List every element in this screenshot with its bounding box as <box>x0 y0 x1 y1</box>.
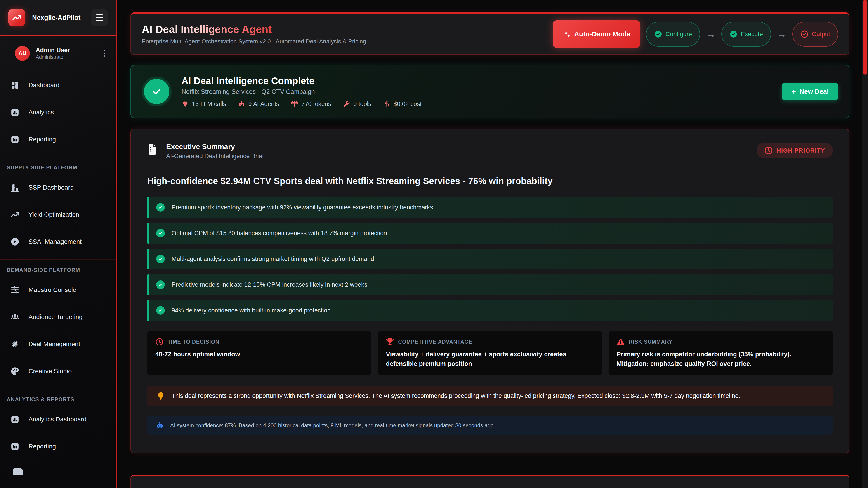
sidebar-item-label: SSP Dashboard <box>29 184 74 191</box>
step-label: Execute <box>741 31 763 38</box>
stat-ai-agents: 9 AI Agents <box>238 100 279 107</box>
new-deal-button[interactable]: + New Deal <box>782 83 838 100</box>
menu-toggle-button[interactable] <box>91 9 107 26</box>
scrollbar-thumb[interactable] <box>863 0 867 74</box>
priority-label: HIGH PRIORITY <box>776 147 825 154</box>
key-point-text: Multi-agent analysis confirms strong mar… <box>172 256 374 263</box>
sidebar-nav: Dashboard Analytics Reporting SUPPLY-SID… <box>0 69 116 475</box>
sidebar-item-label: Analytics Dashboard <box>29 416 87 423</box>
step-label: Configure <box>665 31 692 38</box>
sidebar-item-yield-optimization[interactable]: Yield Optimization <box>0 201 116 228</box>
metric-risk-summary: RISK SUMMARY Primary risk is competitor … <box>609 331 833 375</box>
check-circle-icon <box>156 255 165 263</box>
run-stats: 13 LLM calls 9 AI Agents 770 tokens 0 to… <box>182 100 422 107</box>
ai-confidence-text: AI system confidence: 87%. Based on 4,20… <box>170 422 495 429</box>
sidebar-item-label: Deal Management <box>29 340 80 348</box>
users-icon <box>10 313 20 322</box>
wrench-icon <box>343 100 350 107</box>
more-vertical-icon[interactable] <box>102 48 107 59</box>
arrow-right-icon: → <box>777 29 786 39</box>
user-profile[interactable]: AU Admin User Administrator <box>0 36 116 69</box>
executive-summary-card: Executive Summary AI-Generated Deal Inte… <box>130 129 849 453</box>
sidebar-item-reporting[interactable]: Reporting <box>0 126 116 153</box>
divider <box>0 389 116 389</box>
clock-icon <box>155 338 163 346</box>
document-icon <box>147 143 158 155</box>
divider <box>0 259 116 260</box>
auto-demo-mode-button[interactable]: Auto-Demo Mode <box>553 20 640 48</box>
page-subtitle: Enterprise Multi-Agent Orchestration Sys… <box>142 38 366 45</box>
sidebar-item-label: Analytics <box>29 109 54 116</box>
metric-time-to-decision: TIME TO DECISION 48-72 hours optimal win… <box>147 331 371 375</box>
recommendation-banner: This deal represents a strong opportunit… <box>147 386 833 406</box>
sidebar-item-dashboard[interactable]: Dashboard <box>0 72 116 99</box>
check-circle-icon <box>156 203 165 212</box>
completion-banner: AI Deal Intelligence Complete Netflix St… <box>130 65 849 118</box>
key-point-item: Predictive models indicate 12-15% CPM in… <box>147 274 833 295</box>
key-point-text: Predictive models indicate 12-15% CPM in… <box>172 281 367 288</box>
summary-metrics: TIME TO DECISION 48-72 hours optimal win… <box>147 331 833 375</box>
page-title: AI Deal Intelligence Agent <box>142 23 272 35</box>
sidebar-item-label: Reporting <box>29 443 56 450</box>
sidebar-item-label: Yield Optimization <box>29 211 79 218</box>
sidebar-item-analytics-dashboard[interactable]: Analytics Dashboard <box>0 406 116 433</box>
key-point-text: Optimal CPM of $15.80 balances competiti… <box>172 230 387 237</box>
metric-label: COMPETITIVE ADVANTAGE <box>398 339 472 345</box>
key-point-item: Premium sports inventory package with 92… <box>147 197 833 218</box>
avatar: AU <box>15 46 30 61</box>
building-icon <box>10 183 20 192</box>
check-circle-icon <box>800 30 809 38</box>
key-points-list: Premium sports inventory package with 92… <box>147 197 833 321</box>
robot-icon <box>238 100 245 107</box>
stat-llm-calls: 13 LLM calls <box>182 100 226 107</box>
priority-badge: HIGH PRIORITY <box>756 142 833 158</box>
summary-title: Executive Summary <box>166 142 264 151</box>
stat-tokens: 770 tokens <box>291 100 331 107</box>
sidebar-item-analytics[interactable]: Analytics <box>0 99 116 126</box>
user-role: Administrator <box>36 54 70 60</box>
check-circle-icon <box>156 281 165 289</box>
page-header-card: AI Deal Intelligence Agent Enterprise Mu… <box>130 12 849 55</box>
check-circle-icon <box>156 306 165 315</box>
sidebar-item-label: SSAI Management <box>29 238 82 246</box>
lightbulb-icon <box>156 392 165 400</box>
sidebar-item-ssp-dashboard[interactable]: SSP Dashboard <box>0 174 116 201</box>
metric-label: RISK SUMMARY <box>629 339 673 345</box>
key-point-text: Premium sports inventory package with 92… <box>172 204 433 211</box>
gift-icon <box>291 100 298 107</box>
stat-tools: 0 tools <box>343 100 371 107</box>
app-title: Nexgile-AdPilot <box>32 14 85 22</box>
key-point-item: 94% delivery confidence with built-in ma… <box>147 300 833 321</box>
metric-value: Viewability + delivery guarantee + sport… <box>386 350 594 368</box>
metric-label: TIME TO DECISION <box>167 339 219 345</box>
auto-demo-label: Auto-Demo Mode <box>574 30 630 38</box>
sidebar-item-creative-studio[interactable]: Creative Studio <box>0 358 116 385</box>
step-configure[interactable]: Configure <box>646 22 700 46</box>
section-header-dsp: DEMAND-SIDE PLATFORM <box>0 261 116 276</box>
completion-title: AI Deal Intelligence Complete <box>182 75 422 86</box>
step-output[interactable]: Output <box>792 22 838 46</box>
sidebar-item-ssai-management[interactable]: SSAI Management <box>0 228 116 255</box>
sidebar-item-label: Reporting <box>29 136 56 143</box>
plus-icon: + <box>792 87 796 96</box>
stat-label: 0 tools <box>353 101 371 107</box>
sidebar-item-deal-management[interactable]: Deal Management <box>0 330 116 358</box>
sidebar: Nexgile-AdPilot AU Admin User Administra… <box>0 0 117 488</box>
app-logo <box>8 9 25 26</box>
check-circle-icon <box>156 229 165 237</box>
stat-label: 13 LLM calls <box>192 101 226 107</box>
recommendation-text: This deal represents a strong opportunit… <box>172 392 740 400</box>
divider <box>0 157 116 158</box>
scrollbar-track[interactable] <box>862 0 868 488</box>
dashboard-grid-icon <box>10 80 20 90</box>
sidebar-item-reporting-2[interactable]: Reporting <box>0 433 116 460</box>
section-header-ssp: SUPPLY-SIDE PLATFORM <box>0 159 116 174</box>
alert-triangle-icon <box>617 338 625 346</box>
stat-label: $0.02 cost <box>394 101 422 107</box>
step-execute[interactable]: Execute <box>721 22 771 46</box>
key-point-item: Optimal CPM of $15.80 balances competiti… <box>147 223 833 243</box>
brain-icon <box>182 100 189 107</box>
summary-subtitle: AI-Generated Deal Intelligence Brief <box>166 153 264 160</box>
sidebar-item-audience-targeting[interactable]: Audience Targeting <box>0 303 116 330</box>
sidebar-item-maestro-console[interactable]: Maestro Console <box>0 276 116 303</box>
